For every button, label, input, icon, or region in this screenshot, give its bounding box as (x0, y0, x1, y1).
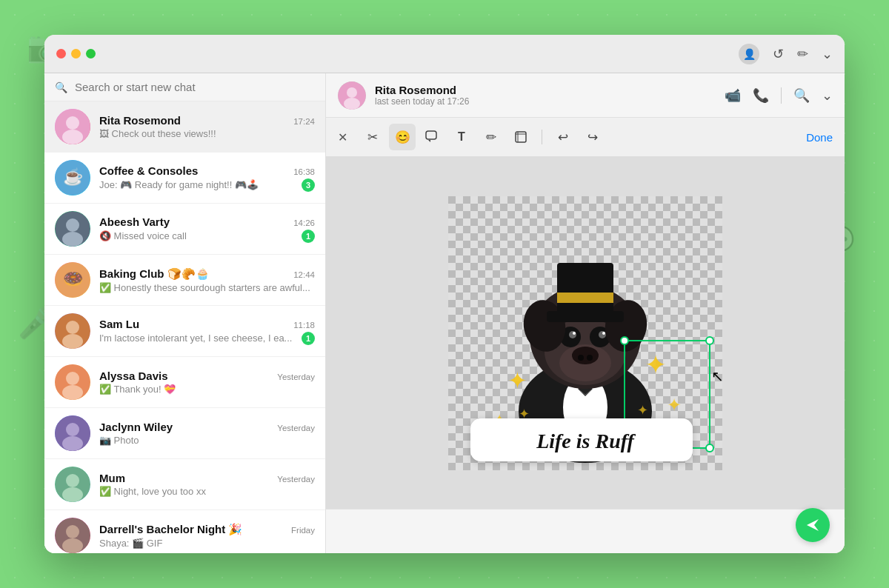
sticker-canvas: ✦ ✦ ✦ ✦ ✦ ✦ (448, 196, 722, 470)
chat-header-info: Rita Rosemond last seen today at 17:26 (375, 84, 716, 107)
chat-name: Jaclynn Wiley (99, 421, 173, 433)
text-tool[interactable]: T (448, 124, 475, 150)
chat-name: Coffee & Consoles (99, 164, 198, 177)
svg-point-54 (602, 332, 605, 335)
more-options-icon[interactable]: ⌄ (822, 87, 833, 104)
chat-item[interactable]: Jaclynn Wiley Yesterday 📷 Photo (44, 408, 325, 459)
svg-point-53 (573, 332, 576, 335)
svg-point-18 (62, 436, 83, 451)
svg-rect-58 (547, 311, 624, 322)
undo-tool[interactable]: ↩ (550, 124, 576, 150)
sidebar: 🔍 Rita Rosemond (44, 73, 326, 553)
profile-icon[interactable]: 👤 (739, 44, 759, 64)
bubble-tool[interactable] (419, 124, 445, 150)
chat-preview: ✅ Night, love you too xx (99, 486, 315, 497)
editor-toolbar: ✕ ✂ 😊 T ✏ (326, 118, 845, 157)
svg-point-14 (66, 372, 79, 385)
redo-tool[interactable]: ↪ (579, 124, 606, 150)
titlebar-actions: 👤 ↺ ✏ ⌄ (739, 44, 833, 64)
svg-text:✦: ✦ (645, 350, 667, 380)
chat-time: 16:38 (293, 167, 315, 176)
svg-point-11 (66, 321, 79, 334)
chat-item[interactable]: Rita Rosemond 17:24 🖼 Check out these vi… (44, 101, 325, 153)
close-editor-button[interactable]: ✕ (338, 130, 347, 144)
svg-point-12 (62, 334, 83, 349)
send-button[interactable] (796, 508, 830, 542)
avatar (55, 518, 90, 553)
svg-point-52 (599, 331, 606, 338)
chat-preview: 📷 Photo (99, 435, 315, 446)
chat-preview-text: I'm lactose intolerant yet, I see cheese… (99, 333, 302, 344)
chat-name: Baking Club 🍞🥐🧁 (99, 267, 210, 281)
close-button[interactable] (56, 49, 66, 59)
chat-time: Yesterday (277, 372, 315, 381)
chat-header-actions: 📹 📞 🔍 ⌄ (725, 87, 833, 104)
search-chat-icon[interactable]: 🔍 (793, 87, 810, 104)
svg-point-51 (569, 331, 576, 338)
chat-item[interactable]: Alyssa Davis Yesterday ✅ Thank you! 💝 (44, 357, 325, 408)
chat-item[interactable]: Abeesh Varty 14:26 🔇 Missed voice call 1 (44, 204, 325, 255)
svg-text:☕: ☕ (63, 167, 84, 187)
refresh-icon[interactable]: ↺ (773, 46, 784, 62)
svg-point-28 (347, 87, 357, 98)
voice-call-icon[interactable]: 📞 (753, 87, 769, 104)
avatar (55, 211, 90, 247)
chat-name: Rita Rosemond (99, 114, 181, 127)
done-button[interactable]: Done (806, 131, 833, 144)
chat-info: Mum Yesterday ✅ Night, love you too xx (99, 472, 315, 497)
avatar: 🍩 (55, 262, 90, 298)
chat-panel: Rita Rosemond last seen today at 17:26 📹… (326, 73, 845, 553)
svg-point-68 (706, 337, 713, 344)
emoji-tool[interactable]: 😊 (389, 124, 416, 150)
chat-info: Jaclynn Wiley Yesterday 📷 Photo (99, 421, 315, 446)
svg-text:✦: ✦ (637, 403, 648, 418)
chat-header-avatar[interactable] (338, 81, 366, 110)
avatar (55, 313, 90, 349)
minimize-button[interactable] (71, 49, 81, 59)
chat-list: Rita Rosemond 17:24 🖼 Check out these vi… (44, 101, 325, 553)
svg-text:✦: ✦ (667, 395, 682, 415)
chat-time: 14:26 (293, 218, 315, 227)
scissors-tool[interactable]: ✂ (359, 124, 386, 150)
search-bar: 🔍 (44, 73, 325, 101)
chat-header-name: Rita Rosemond (375, 84, 716, 96)
chat-info: Baking Club 🍞🥐🧁 12:44 ✅ Honestly these s… (99, 267, 315, 293)
compose-icon[interactable]: ✏ (797, 46, 808, 62)
unread-badge: 1 (302, 230, 315, 243)
crop-tool[interactable] (507, 124, 534, 150)
chat-info: Alyssa Davis Yesterday ✅ Thank you! 💝 (99, 370, 315, 395)
chat-info: Abeesh Varty 14:26 🔇 Missed voice call 1 (99, 216, 315, 243)
svg-rect-57 (557, 263, 613, 315)
chat-preview: ✅ Honestly these sourdough starters are … (99, 282, 315, 293)
avatar (55, 109, 90, 144)
chat-info: Coffee & Consoles 16:38 Joe: 🎮 Ready for… (99, 164, 315, 192)
svg-point-47 (578, 355, 584, 361)
unread-badge: 3 (302, 178, 315, 192)
editor-canvas-area: ✦ ✦ ✦ ✦ ✦ ✦ (326, 157, 845, 509)
svg-point-70 (706, 444, 713, 452)
search-icon: 🔍 (55, 81, 67, 93)
chat-item[interactable]: 🍩 Baking Club 🍞🥐🧁 12:44 ✅ Honestly these… (44, 255, 325, 306)
chat-time: 12:44 (293, 270, 315, 279)
svg-point-15 (62, 385, 83, 400)
video-call-icon[interactable]: 📹 (725, 87, 741, 104)
svg-rect-59 (557, 293, 613, 303)
chat-header-status: last seen today at 17:26 (375, 96, 716, 107)
svg-text:🍩: 🍩 (63, 269, 84, 289)
svg-point-21 (62, 487, 83, 502)
svg-rect-30 (426, 131, 436, 139)
pen-tool[interactable]: ✏ (478, 124, 505, 150)
chat-item[interactable]: ☕ Coffee & Consoles 16:38 Joe: 🎮 Ready f… (44, 153, 325, 204)
search-input[interactable] (75, 81, 315, 93)
maximize-button[interactable] (86, 49, 96, 59)
avatar: ☕ (55, 160, 90, 196)
unread-badge: 1 (302, 332, 315, 345)
chat-item[interactable]: Darrell's Bachelor Night 🎉 Friday Shaya:… (44, 510, 325, 553)
chat-item[interactable]: Mum Yesterday ✅ Night, love you too xx (44, 459, 325, 510)
chat-item[interactable]: Sam Lu 11:18 I'm lactose intolerant yet,… (44, 306, 325, 357)
chat-name: Darrell's Bachelor Night 🎉 (99, 523, 242, 536)
divider (781, 87, 782, 104)
chevron-down-icon[interactable]: ⌄ (822, 46, 833, 62)
chat-header: Rita Rosemond last seen today at 17:26 📹… (326, 73, 845, 118)
svg-text:✦: ✦ (507, 367, 527, 394)
